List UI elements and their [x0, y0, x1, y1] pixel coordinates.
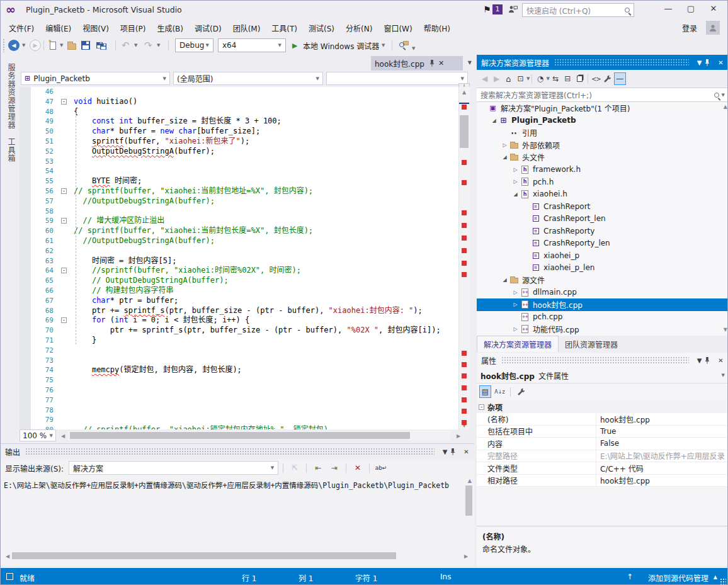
notification-count-badge[interactable]: 1	[492, 4, 503, 14]
output-log-line[interactable]: E:\网站上架\驱动反作弊+应用层反录制+内置情缘源码\驱动反作弊+应用层反录制…	[4, 480, 449, 490]
breakpoint-margin[interactable]	[20, 236, 31, 246]
switch-views-icon[interactable]: ⊡	[515, 72, 526, 85]
horizontal-scrollbar-thumb[interactable]	[70, 432, 410, 439]
code-editor[interactable]: 4647-void huitiao()48{49 const int buffe…	[20, 87, 458, 429]
selected-object-dropdown[interactable]: hook封包.cpp 文件属性 ▼	[477, 368, 728, 383]
show-all-files-icon[interactable]: —	[614, 72, 626, 85]
find-in-files-icon[interactable]	[399, 39, 409, 52]
collapsed-arrow-icon[interactable]: ▷	[511, 179, 520, 185]
breakpoint-margin[interactable]	[20, 406, 31, 416]
property-row[interactable]: (名称)hook封包.cpp	[477, 413, 728, 426]
breakpoint-margin[interactable]	[20, 425, 31, 429]
code-line[interactable]: 51 sprintf(buffer, "xiaohei:新包来了");	[20, 137, 458, 147]
tree-item[interactable]: ▷++功能代码.cpp	[477, 323, 728, 336]
window-position-dropdown-icon[interactable]: ▼	[694, 59, 705, 66]
collapsed-arrow-icon[interactable]: ▷	[511, 290, 520, 295]
menu-item-W[interactable]: 窗口(W)	[378, 20, 418, 36]
tree-item[interactable]: ≡xiaohei_p	[477, 249, 728, 262]
feedback-icon[interactable]	[508, 5, 518, 14]
breakpoint-margin[interactable]	[20, 276, 31, 286]
property-value[interactable]: True	[596, 426, 728, 438]
code-line[interactable]: 57 //OutputDebugStringA(buffer);	[20, 196, 458, 207]
tree-scroll-up-arrow[interactable]: ▲	[724, 104, 727, 110]
breakpoint-margin[interactable]	[20, 137, 31, 147]
tree-item[interactable]: ◢头文件	[477, 151, 728, 164]
code-line[interactable]: 58	[20, 207, 458, 217]
property-name[interactable]: 完整路径	[477, 450, 596, 462]
search-options-dropdown-icon[interactable]: ▼	[722, 93, 725, 98]
code-line[interactable]: 78	[20, 406, 458, 416]
pending-changes-filter-icon[interactable]: ◔	[534, 72, 546, 85]
code-line[interactable]: 66 // 构建封包内容字符串	[20, 286, 458, 296]
menu-item-N[interactable]: 分析(N)	[340, 20, 378, 36]
code-line[interactable]: 77	[20, 395, 458, 406]
code-line[interactable]: 55 BYTE 时间密;	[20, 176, 458, 186]
property-row[interactable]: 文件类型C/C++ 代码	[477, 462, 728, 475]
fold-collapse-button[interactable]: -	[60, 315, 70, 326]
breakpoint-margin[interactable]	[20, 196, 31, 207]
collapsed-arrow-icon[interactable]: ▷	[511, 326, 520, 332]
property-value[interactable]: hook封包.cpp	[596, 413, 728, 425]
fold-minus-icon[interactable]: -	[61, 268, 67, 273]
code-line[interactable]: 54	[20, 166, 458, 176]
breakpoint-margin[interactable]	[20, 315, 31, 326]
property-pages-wrench-icon[interactable]	[515, 385, 527, 398]
breakpoint-margin[interactable]	[20, 266, 31, 276]
menu-item-V[interactable]: 视图(V)	[77, 20, 115, 36]
fold-minus-icon[interactable]: -	[61, 218, 67, 224]
back-icon[interactable]: ◀	[479, 72, 491, 85]
next-message-icon[interactable]: ⇥	[327, 462, 341, 474]
tree-item[interactable]: ▷++hook封包.cpp	[477, 298, 728, 311]
breakpoint-margin[interactable]	[20, 336, 31, 346]
left-tab[interactable]: 工具箱	[6, 138, 16, 162]
tree-item[interactable]: ++pch.cpp	[477, 311, 728, 324]
fold-collapse-button[interactable]: -	[60, 97, 70, 107]
breakpoint-margin[interactable]	[20, 375, 31, 385]
expanded-arrow-icon[interactable]: ◢	[501, 154, 509, 160]
document-tab-hook-cpp[interactable]: hook封包.cpp ✕	[371, 56, 463, 71]
tree-item[interactable]: ≡CrashReport	[477, 200, 728, 213]
window-position-dropdown-icon[interactable]: ▼	[694, 357, 705, 364]
pin-tab-icon[interactable]	[429, 60, 435, 67]
code-line[interactable]: 67 char* ptr = buffer;	[20, 296, 458, 306]
tree-item[interactable]: ◢hxiaohei.h	[477, 188, 728, 201]
window-resize-grip[interactable]	[720, 578, 726, 584]
property-value[interactable]: E:\网站上架\驱动反作弊+应用层反录	[596, 450, 728, 462]
close-tab-icon[interactable]: ✕	[438, 59, 444, 67]
property-row[interactable]: 包括在项目中True	[477, 426, 728, 438]
code-line[interactable]: 63 时间密 = 封包内容[5];	[20, 256, 458, 266]
undo-button[interactable]: ↶	[122, 39, 130, 52]
property-row[interactable]: 内容False	[477, 438, 728, 450]
code-line[interactable]: 48{	[20, 107, 458, 117]
property-name[interactable]: (名称)	[477, 413, 596, 425]
close-icon[interactable]: ✕	[461, 448, 472, 455]
tree-scroll-down-arrow[interactable]: ▼	[724, 327, 727, 332]
close-icon[interactable]: ✕	[715, 357, 726, 364]
code-line[interactable]: 60// sprintf(buffer, "xiaohei:当前封包长度=%X"…	[20, 226, 458, 236]
scroll-up-arrow[interactable]: ▲	[458, 89, 470, 95]
navigate-backward-button[interactable]: ◀	[8, 39, 20, 52]
code-line[interactable]: 61 //OutputDebugStringA(buffer);	[20, 236, 458, 246]
property-name[interactable]: 内容	[477, 438, 596, 450]
open-file-button[interactable]	[67, 39, 76, 52]
start-debugging-dropdown[interactable]: ▼	[382, 39, 385, 52]
breakpoint-margin[interactable]	[20, 176, 31, 186]
tree-item[interactable]: ◢源文件	[477, 274, 728, 287]
code-line[interactable]: 56-// sprintf(buffer, "xiaohei:当前封包地址=%X…	[20, 186, 458, 196]
member-scope-dropdown[interactable]: ▼	[326, 72, 468, 85]
code-line[interactable]: 46	[20, 87, 458, 97]
left-tab[interactable]: 服务器资源管理器	[6, 64, 16, 129]
expanded-arrow-icon[interactable]: ◢	[490, 118, 498, 123]
collapsed-arrow-icon[interactable]: ▷	[511, 302, 520, 307]
code-line[interactable]: 70 ptr += sprintf_s(ptr, buffer_size - (…	[20, 326, 458, 336]
breakpoint-margin[interactable]	[20, 87, 31, 97]
output-scroll-up-arrow[interactable]: ▲	[468, 478, 472, 484]
save-all-button[interactable]	[95, 39, 108, 52]
code-line[interactable]: 68 ptr += sprintf_s(ptr, buffer_size - (…	[20, 306, 458, 316]
hscroll-right-arrow[interactable]: ▶	[453, 433, 464, 439]
title-bar[interactable]: ∞ Plugin_Packetb - Microsoft Visual Stud…	[1, 1, 727, 20]
new-file-button[interactable]	[50, 39, 56, 52]
sign-in-link[interactable]: 登录	[682, 23, 697, 33]
minimize-button[interactable]: —	[657, 1, 680, 17]
property-row[interactable]: 相对路径hook封包.cpp	[477, 475, 728, 487]
